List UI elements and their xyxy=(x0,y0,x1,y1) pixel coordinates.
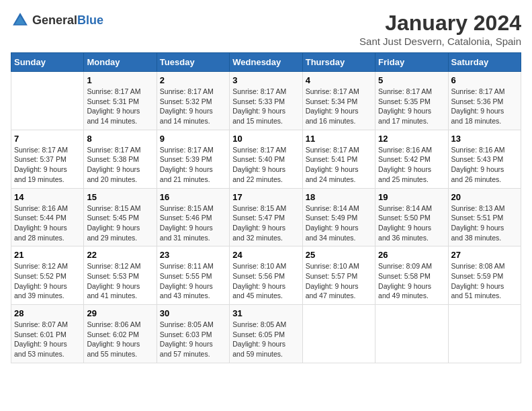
day-cell-0-4: 4Sunrise: 8:17 AM Sunset: 5:34 PM Daylig… xyxy=(302,72,375,130)
day-content: Sunrise: 8:16 AM Sunset: 5:42 PM Dayligh… xyxy=(378,145,445,185)
day-cell-4-1: 29Sunrise: 8:06 AM Sunset: 6:02 PM Dayli… xyxy=(84,305,157,363)
logo-text: GeneralBlue xyxy=(32,13,103,28)
day-content: Sunrise: 8:17 AM Sunset: 5:35 PM Dayligh… xyxy=(378,87,445,126)
day-cell-2-0: 14Sunrise: 8:16 AM Sunset: 5:44 PM Dayli… xyxy=(11,188,84,246)
day-number: 29 xyxy=(87,308,153,318)
day-cell-2-6: 20Sunrise: 8:13 AM Sunset: 5:51 PM Dayli… xyxy=(448,188,521,246)
day-content: Sunrise: 8:14 AM Sunset: 5:50 PM Dayligh… xyxy=(378,203,445,243)
day-content: Sunrise: 8:08 AM Sunset: 5:59 PM Dayligh… xyxy=(451,261,518,301)
week-row-2: 14Sunrise: 8:16 AM Sunset: 5:44 PM Dayli… xyxy=(11,188,521,246)
day-number: 5 xyxy=(378,75,445,85)
day-cell-4-4 xyxy=(302,305,375,363)
header-tuesday: Tuesday xyxy=(157,53,229,72)
day-cell-3-5: 26Sunrise: 8:09 AM Sunset: 5:58 PM Dayli… xyxy=(375,246,448,305)
day-number: 27 xyxy=(451,250,518,260)
day-content: Sunrise: 8:10 AM Sunset: 5:56 PM Dayligh… xyxy=(232,261,299,301)
header-thursday: Thursday xyxy=(302,53,375,72)
logo-icon xyxy=(11,11,30,30)
day-number: 28 xyxy=(14,308,81,318)
day-number: 21 xyxy=(14,250,81,260)
day-number: 18 xyxy=(306,192,372,202)
day-content: Sunrise: 8:17 AM Sunset: 5:36 PM Dayligh… xyxy=(451,87,518,126)
day-cell-0-1: 1Sunrise: 8:17 AM Sunset: 5:31 PM Daylig… xyxy=(84,72,157,130)
day-number: 17 xyxy=(232,192,299,202)
day-cell-2-4: 18Sunrise: 8:14 AM Sunset: 5:49 PM Dayli… xyxy=(302,188,375,246)
week-row-0: 1Sunrise: 8:17 AM Sunset: 5:31 PM Daylig… xyxy=(11,72,521,130)
day-cell-1-0: 7Sunrise: 8:17 AM Sunset: 5:37 PM Daylig… xyxy=(11,130,84,188)
weekday-header-row: Sunday Monday Tuesday Wednesday Thursday… xyxy=(11,53,521,72)
day-cell-3-1: 22Sunrise: 8:12 AM Sunset: 5:53 PM Dayli… xyxy=(84,246,157,305)
main-title: January 2024 xyxy=(359,11,521,36)
day-number: 13 xyxy=(451,134,518,144)
day-cell-0-0 xyxy=(11,72,84,130)
day-cell-2-1: 15Sunrise: 8:15 AM Sunset: 5:45 PM Dayli… xyxy=(84,188,157,246)
day-number: 3 xyxy=(232,75,299,85)
day-number: 4 xyxy=(306,75,372,85)
day-content: Sunrise: 8:13 AM Sunset: 5:51 PM Dayligh… xyxy=(451,203,518,243)
day-content: Sunrise: 8:16 AM Sunset: 5:44 PM Dayligh… xyxy=(14,203,81,243)
week-row-4: 28Sunrise: 8:07 AM Sunset: 6:01 PM Dayli… xyxy=(11,305,521,363)
calendar-body: 1Sunrise: 8:17 AM Sunset: 5:31 PM Daylig… xyxy=(11,72,521,363)
day-cell-3-6: 27Sunrise: 8:08 AM Sunset: 5:59 PM Dayli… xyxy=(448,246,521,305)
page-header: GeneralBlue January 2024 Sant Just Desve… xyxy=(11,11,521,47)
day-content: Sunrise: 8:06 AM Sunset: 6:02 PM Dayligh… xyxy=(87,320,153,359)
day-cell-3-0: 21Sunrise: 8:12 AM Sunset: 5:52 PM Dayli… xyxy=(11,246,84,305)
day-number: 1 xyxy=(87,75,153,85)
day-content: Sunrise: 8:15 AM Sunset: 5:47 PM Dayligh… xyxy=(232,203,299,243)
day-number: 8 xyxy=(87,134,153,144)
day-content: Sunrise: 8:17 AM Sunset: 5:33 PM Dayligh… xyxy=(232,87,299,126)
day-content: Sunrise: 8:17 AM Sunset: 5:40 PM Dayligh… xyxy=(232,145,299,185)
day-number: 15 xyxy=(87,192,153,202)
day-cell-1-2: 9Sunrise: 8:17 AM Sunset: 5:39 PM Daylig… xyxy=(157,130,229,188)
day-number: 12 xyxy=(378,134,445,144)
day-cell-1-3: 10Sunrise: 8:17 AM Sunset: 5:40 PM Dayli… xyxy=(230,130,302,188)
day-cell-4-2: 30Sunrise: 8:05 AM Sunset: 6:03 PM Dayli… xyxy=(157,305,229,363)
day-cell-4-6 xyxy=(448,305,521,363)
day-cell-0-5: 5Sunrise: 8:17 AM Sunset: 5:35 PM Daylig… xyxy=(375,72,448,130)
header-saturday: Saturday xyxy=(448,53,521,72)
header-friday: Friday xyxy=(375,53,448,72)
day-content: Sunrise: 8:15 AM Sunset: 5:45 PM Dayligh… xyxy=(87,203,153,243)
day-number: 7 xyxy=(14,134,81,144)
day-cell-4-5 xyxy=(375,305,448,363)
day-number: 26 xyxy=(378,250,445,260)
day-number: 11 xyxy=(306,134,372,144)
day-cell-1-6: 13Sunrise: 8:16 AM Sunset: 5:43 PM Dayli… xyxy=(448,130,521,188)
day-content: Sunrise: 8:17 AM Sunset: 5:38 PM Dayligh… xyxy=(87,145,153,185)
day-cell-1-5: 12Sunrise: 8:16 AM Sunset: 5:42 PM Dayli… xyxy=(375,130,448,188)
day-content: Sunrise: 8:17 AM Sunset: 5:39 PM Dayligh… xyxy=(160,145,226,185)
day-number: 6 xyxy=(451,75,518,85)
day-number: 24 xyxy=(232,250,299,260)
day-number: 31 xyxy=(232,308,299,318)
day-content: Sunrise: 8:12 AM Sunset: 5:52 PM Dayligh… xyxy=(14,261,81,301)
day-content: Sunrise: 8:11 AM Sunset: 5:55 PM Dayligh… xyxy=(160,261,226,301)
week-row-1: 7Sunrise: 8:17 AM Sunset: 5:37 PM Daylig… xyxy=(11,130,521,188)
header-monday: Monday xyxy=(84,53,157,72)
day-content: Sunrise: 8:07 AM Sunset: 6:01 PM Dayligh… xyxy=(14,320,81,359)
day-cell-1-1: 8Sunrise: 8:17 AM Sunset: 5:38 PM Daylig… xyxy=(84,130,157,188)
day-content: Sunrise: 8:14 AM Sunset: 5:49 PM Dayligh… xyxy=(306,203,372,243)
day-number: 14 xyxy=(14,192,81,202)
day-cell-2-3: 17Sunrise: 8:15 AM Sunset: 5:47 PM Dayli… xyxy=(230,188,302,246)
day-number: 23 xyxy=(160,250,226,260)
day-number: 25 xyxy=(306,250,372,260)
day-cell-0-2: 2Sunrise: 8:17 AM Sunset: 5:32 PM Daylig… xyxy=(157,72,229,130)
day-number: 30 xyxy=(160,308,226,318)
day-content: Sunrise: 8:10 AM Sunset: 5:57 PM Dayligh… xyxy=(306,261,372,301)
day-content: Sunrise: 8:05 AM Sunset: 6:05 PM Dayligh… xyxy=(232,320,299,359)
header-wednesday: Wednesday xyxy=(230,53,302,72)
title-block: January 2024 Sant Just Desvern, Cataloni… xyxy=(359,11,521,47)
day-content: Sunrise: 8:12 AM Sunset: 5:53 PM Dayligh… xyxy=(87,261,153,301)
day-content: Sunrise: 8:17 AM Sunset: 5:32 PM Dayligh… xyxy=(160,87,226,126)
day-cell-0-6: 6Sunrise: 8:17 AM Sunset: 5:36 PM Daylig… xyxy=(448,72,521,130)
day-cell-4-0: 28Sunrise: 8:07 AM Sunset: 6:01 PM Dayli… xyxy=(11,305,84,363)
day-content: Sunrise: 8:17 AM Sunset: 5:37 PM Dayligh… xyxy=(14,145,81,185)
logo-general: General xyxy=(32,13,77,27)
logo-blue: Blue xyxy=(77,13,103,27)
day-number: 19 xyxy=(378,192,445,202)
calendar-table: Sunday Monday Tuesday Wednesday Thursday… xyxy=(11,52,521,363)
calendar-header: Sunday Monday Tuesday Wednesday Thursday… xyxy=(11,53,521,72)
subtitle: Sant Just Desvern, Catalonia, Spain xyxy=(359,36,521,47)
day-cell-3-4: 25Sunrise: 8:10 AM Sunset: 5:57 PM Dayli… xyxy=(302,246,375,305)
day-content: Sunrise: 8:17 AM Sunset: 5:41 PM Dayligh… xyxy=(306,145,372,185)
